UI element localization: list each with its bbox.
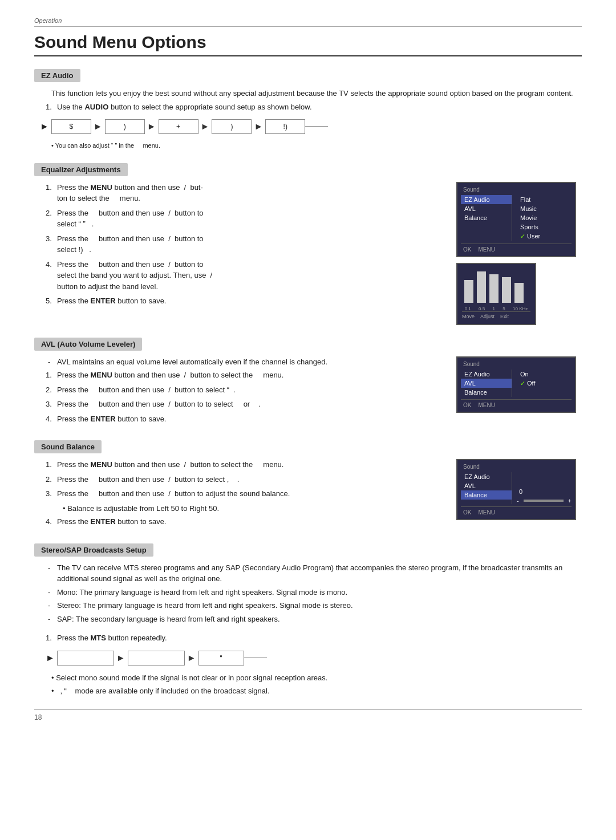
ez-audio-flow: ► $ ► ) ► + ► ) ► !) [40,119,582,134]
bottom-divider [34,709,582,710]
sound-balance-header: Sound Balance [34,440,102,453]
operation-label: Operation [34,17,582,24]
stereo-note1: • Select mono sound mode if the signal i… [51,672,582,684]
avl-header: AVL (Auto Volume Leveler) [34,338,142,351]
stereo-sap-header: Stereo/SAP Broadcasts Setup [34,543,153,557]
balance-menu-screen: Sound EZ Audio AVL Balance 0 - [456,459,576,520]
ez-audio-step1: 1. Use the AUDIO button to select the ap… [46,102,582,113]
stereo-note2: • , “ mode are available only if include… [51,685,582,697]
stereo-sap-section: Stereo/SAP Broadcasts Setup - The TV can… [34,543,582,697]
equalizer-section: Equalizer Adjustments 1. Press the MENU … [34,163,582,325]
equalizer-text: 1. Press the MENU button and then use / … [40,182,439,310]
avl-menu-screen: Sound EZ Audio AVL Balance On ✓ Off [456,356,576,413]
sound-balance-section: Sound Balance 1. Press the MENU button a… [34,440,582,531]
equalizer-header: Equalizer Adjustments [34,163,128,176]
balance-screen-col: Sound EZ Audio AVL Balance 0 - [456,459,582,520]
top-divider [34,26,582,27]
avl-text: - AVL maintains an equal volume level au… [40,356,439,428]
ez-audio-header: EZ Audio [34,69,80,82]
equalizer-menu-screen: Sound EZ Audio AVL Balance Flat Music Mo… [456,182,576,257]
sound-balance-text: 1. Press the MENU button and then use / … [40,459,439,531]
avl-screen-col: Sound EZ Audio AVL Balance On ✓ Off [456,356,582,413]
equalizer-screens: Sound EZ Audio AVL Balance Flat Music Mo… [456,182,582,325]
stereo-flow: ► ► ► “ [46,651,582,665]
page-title: Sound Menu Options [34,33,582,56]
ez-audio-desc: This function lets you enjoy the best so… [51,88,582,99]
ez-audio-section: EZ Audio This function lets you enjoy th… [34,69,582,151]
page-number: 18 [34,713,582,721]
equalizer-bar-screen: 0.10.51510 KHz MoveAdjustExit [456,263,536,325]
ez-audio-note: • You can also adjust “ ” in the menu. [51,141,582,151]
avl-section: AVL (Auto Volume Leveler) - AVL maintain… [34,338,582,428]
stereo-step1: 1. Press the MTS button repeatedly. [46,632,582,644]
